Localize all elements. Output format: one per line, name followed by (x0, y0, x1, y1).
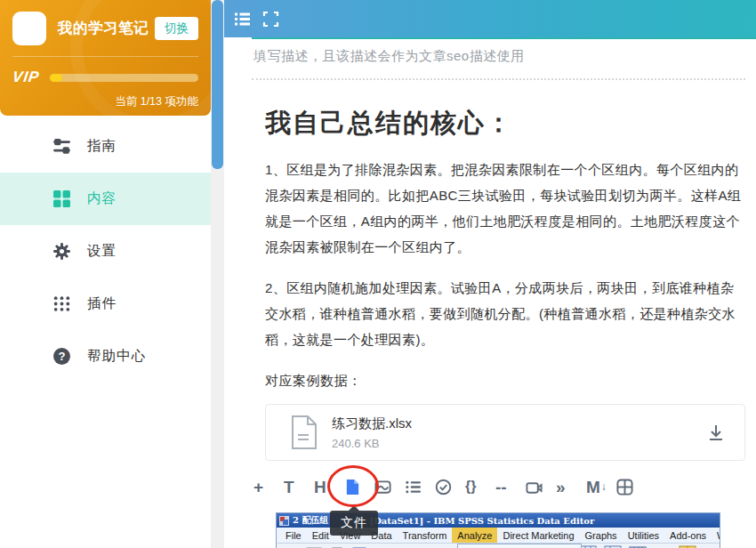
sidebar-item-settings[interactable]: 设置 (0, 225, 211, 278)
main-panel: 填写描述，且该描述会作为文章seo描述使用 我自己总结的核心： 1、区组是为了排… (224, 0, 756, 548)
spss-menu-direct-marketing[interactable]: Direct Marketing (497, 528, 579, 543)
spss-menu-graphs[interactable]: Graphs (580, 528, 623, 543)
scrollbar-track[interactable] (211, 0, 224, 548)
table-icon (616, 479, 633, 496)
spss-menu-addons[interactable]: Add-ons (664, 528, 712, 543)
horizontal-rule-icon: -- (495, 479, 507, 496)
app-window: 我的学习笔记 切换 VIP 当前 1/13 项功能 指南 (0, 0, 756, 548)
sidebar-item-content[interactable]: 内容 (0, 173, 211, 225)
case-data-label: 对应案例数据： (265, 373, 745, 390)
svg-text:?: ? (58, 350, 65, 363)
editor-content: 填写描述，且该描述会作为文章seo描述使用 我自己总结的核心： 1、区组是为了排… (252, 37, 756, 548)
bullet-list-icon (405, 479, 422, 496)
attachment-filesize: 240.6 KB (332, 437, 412, 450)
attachment-card[interactable]: 练习数据.xlsx 240.6 KB (265, 404, 745, 461)
heading-icon: H (314, 479, 326, 496)
sidebar: 我的学习笔记 切换 VIP 当前 1/13 项功能 指南 (0, 0, 211, 548)
divider (12, 56, 198, 57)
sidebar-item-label: 设置 (87, 242, 117, 261)
markdown-icon: M (586, 479, 600, 496)
help-icon: ? (52, 347, 71, 366)
workspace-title: 我的学习笔记 (58, 19, 149, 38)
editor-topbar (224, 0, 756, 37)
image-button[interactable] (374, 479, 405, 496)
seo-description-field[interactable]: 填写描述，且该描述会作为文章seo描述使用 (252, 48, 756, 65)
table-button[interactable] (616, 479, 647, 496)
spss-title-prefix: 2 配伍组 (293, 514, 328, 527)
paragraph: 2、区组内随机施加处理因素。试验田A，分成两块后，两块田，到底谁种植杂交水稻，谁… (265, 275, 745, 352)
fullscreen-icon[interactable] (262, 11, 279, 28)
divider (252, 78, 745, 80)
editor-toolbar: + T H (253, 473, 745, 500)
code-button[interactable]: {} (465, 480, 495, 494)
markdown-button[interactable]: M ↓ (586, 479, 616, 496)
vip-progress-bar (50, 74, 198, 82)
image-icon (374, 479, 391, 496)
text-button[interactable]: T (284, 479, 314, 496)
sliders-icon (52, 137, 71, 156)
markdown-arrow-icon: ↓ (601, 480, 607, 493)
document-icon (291, 415, 318, 449)
plus-icon: + (253, 479, 263, 496)
list-button[interactable] (405, 479, 435, 496)
gear-icon (52, 242, 71, 261)
workspace-card: 我的学习笔记 切换 VIP 当前 1/13 项功能 (0, 0, 211, 116)
article-heading: 我自己总结的核心： (265, 106, 745, 141)
spss-menu-utilities[interactable]: Utilities (623, 528, 664, 543)
vip-progress-fill (50, 74, 61, 82)
grid-icon (52, 189, 71, 208)
sidebar-item-label: 内容 (87, 189, 117, 208)
spss-menu-window[interactable]: Window (712, 528, 720, 543)
code-icon: {} (465, 480, 476, 494)
more-button[interactable]: » (556, 479, 586, 496)
dots-grid-icon (52, 294, 71, 313)
vip-progress-text: 当前 1/13 项功能 (12, 94, 198, 109)
attachment-filename: 练习数据.xlsx (332, 415, 412, 432)
spss-title-suffix: [DataSet1] - IBM SPSS Statistics Data Ed… (369, 516, 594, 526)
spss-analyze-dropdown: Reports ▶ Descriptive Statistics ▶ Table… (457, 544, 582, 548)
double-chevron-icon: » (556, 479, 566, 496)
text-icon: T (284, 479, 294, 496)
outline-list-icon[interactable] (234, 11, 251, 28)
insert-block-button[interactable]: + (253, 479, 284, 496)
sidebar-item-label: 插件 (87, 294, 117, 313)
switch-workspace-button[interactable]: 切换 (155, 17, 198, 40)
spss-menu-analyze[interactable]: Analyze (452, 528, 497, 543)
check-circle-icon (435, 479, 452, 496)
file-button[interactable] (344, 479, 374, 496)
spss-menu-file[interactable]: File (280, 528, 307, 543)
video-button[interactable] (526, 479, 556, 496)
spss-menu-transform[interactable]: Transform (398, 528, 453, 543)
file-tooltip: 文件 (330, 511, 378, 536)
file-icon (344, 479, 361, 496)
video-icon (526, 479, 543, 496)
download-icon[interactable] (707, 423, 725, 441)
vip-badge: VIP (12, 68, 41, 86)
sidebar-item-guide[interactable]: 指南 (0, 120, 211, 173)
scrollbar-thumb[interactable] (212, 0, 223, 169)
paragraph: 1、区组是为了排除混杂因素。把混杂因素限制在一个个区组内。每个区组内的混杂因素是… (265, 157, 745, 260)
sidebar-item-help[interactable]: ? 帮助中心 (0, 330, 211, 383)
sidebar-item-label: 指南 (87, 137, 117, 156)
heading-button[interactable]: H (314, 479, 344, 496)
todo-button[interactable] (435, 479, 465, 496)
divider-button[interactable]: -- (495, 479, 526, 496)
workspace-logo (12, 12, 46, 45)
sidebar-item-label: 帮助中心 (87, 347, 146, 366)
article-body[interactable]: 我自己总结的核心： 1、区组是为了排除混杂因素。把混杂因素限制在一个个区组内。每… (265, 106, 745, 548)
sidebar-item-plugins[interactable]: 插件 (0, 278, 211, 330)
spss-app-icon (279, 516, 289, 526)
sidebar-nav: 指南 内容 (0, 120, 211, 383)
